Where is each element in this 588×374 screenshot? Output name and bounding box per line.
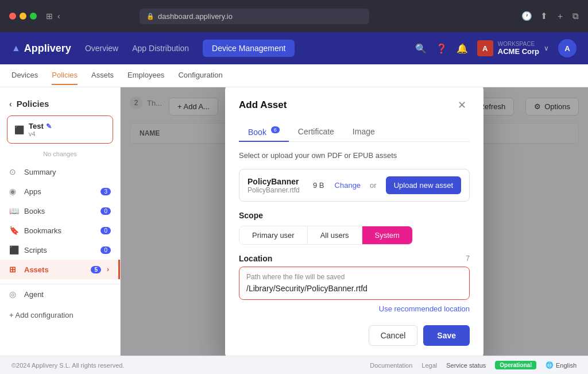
tab-configuration[interactable]: Configuration — [178, 66, 222, 85]
assets-expand-icon: › — [107, 265, 109, 273]
policy-card: ⬛ Test ✎ v4 — [7, 115, 113, 144]
workspace-selector[interactable]: A WORKSPACE ACME Corp ∨ — [477, 40, 549, 56]
tab-book-label: Book — [248, 127, 266, 136]
sidebar-item-assets[interactable]: ⊞ Assets 5 › — [0, 260, 120, 279]
tab-employees[interactable]: Employees — [127, 66, 164, 85]
close-window-button[interactable] — [9, 13, 16, 20]
tab-book[interactable]: Book 6 — [239, 122, 289, 142]
traffic-lights — [9, 13, 37, 20]
sidebar-item-books[interactable]: 📖 Books 0 — [0, 201, 120, 221]
use-recommended-link[interactable]: Use recommended location — [379, 304, 470, 313]
nav-overview[interactable]: Overview — [85, 41, 118, 55]
asset-file: PolicyBanner.rtfd — [247, 186, 307, 194]
policy-changes: No changes — [0, 151, 120, 157]
url-text: dashboard.applivery.io — [158, 12, 233, 21]
footer-right: Documentation Legal Service status Opera… — [370, 361, 577, 369]
sidebar-item-label: Scripts — [24, 246, 47, 255]
cancel-button[interactable]: Cancel — [369, 325, 418, 346]
scope-all-users[interactable]: All users — [308, 226, 362, 244]
or-separator: or — [370, 181, 377, 190]
modal-footer: Cancel Save — [239, 325, 470, 346]
nav-app-distribution[interactable]: App Distribution — [132, 41, 189, 55]
tab-devices[interactable]: Devices — [11, 66, 38, 85]
sidebar-item-scripts[interactable]: ⬛ Scripts 0 — [0, 240, 120, 260]
add-configuration-button[interactable]: + Add configuration — [0, 304, 120, 326]
service-status-badge: Operational — [495, 361, 536, 369]
browser-actions: 🕐 ⬆ ＋ ⧉ — [521, 11, 579, 22]
location-input-wrap: Path where the file will be saved — [239, 267, 470, 300]
nav-right: 🔍 ❓ 🔔 A WORKSPACE ACME Corp ∨ A — [415, 39, 577, 57]
address-bar[interactable]: 🔒 dashboard.applivery.io — [140, 9, 369, 24]
tab-policies[interactable]: Policies — [52, 66, 78, 85]
location-label-row: Location 7 — [239, 254, 470, 263]
policy-edit-icon[interactable]: ✎ — [46, 122, 52, 130]
lock-icon: 🔒 — [146, 13, 154, 20]
sidebar-item-label: Bookmarks — [24, 226, 61, 235]
language-selector[interactable]: 🌐 English — [546, 361, 577, 369]
copyright-text: ©2024 Applivery S.L. All rights reserved… — [11, 362, 124, 369]
asset-selector: PolicyBanner PolicyBanner.rtfd 9 B Chang… — [239, 169, 470, 202]
policy-device-icon: ⬛ — [14, 125, 24, 134]
legal-link[interactable]: Legal — [421, 362, 437, 369]
workspace-chevron-icon: ∨ — [544, 44, 549, 52]
summary-icon: ⊙ — [9, 167, 18, 176]
upload-asset-button[interactable]: Upload new asset — [386, 176, 461, 194]
sidebar-item-label: Apps — [24, 187, 41, 196]
location-input[interactable] — [246, 284, 462, 293]
nav-device-management[interactable]: Device Management — [203, 40, 295, 57]
documentation-link[interactable]: Documentation — [370, 362, 412, 369]
minimize-window-button[interactable] — [20, 13, 26, 20]
bookmarks-icon: 🔖 — [9, 226, 18, 235]
sidebar-item-agent[interactable]: ◎ Agent — [0, 284, 120, 304]
workspace-name: ACME Corp — [498, 47, 539, 56]
modal-close-button[interactable]: ✕ — [454, 97, 470, 113]
tab-image-label: Image — [353, 127, 375, 136]
help-icon[interactable]: ❓ — [436, 43, 447, 54]
sidebar-menu: ⊙ Summary ◉ Apps 3 📖 Books 0 🔖 Bookmarks… — [0, 157, 120, 284]
tab-certificate[interactable]: Certificate — [289, 122, 343, 142]
tab-assets[interactable]: Assets — [91, 66, 114, 85]
assets-badge: 5 — [91, 266, 101, 273]
sidebar-item-label: Summary — [24, 168, 56, 176]
user-avatar[interactable]: A — [558, 39, 577, 57]
scope-options: Primary user All users System — [239, 226, 413, 245]
notification-icon[interactable]: 🔔 — [457, 43, 468, 54]
workspace-info: WORKSPACE ACME Corp — [498, 41, 539, 56]
asset-info: PolicyBanner PolicyBanner.rtfd — [247, 177, 307, 194]
modal-header: Add Asset ✕ — [239, 97, 470, 113]
globe-icon: 🌐 — [546, 361, 554, 369]
scope-label: Scope — [239, 211, 470, 220]
policy-version: v4 — [29, 130, 106, 137]
books-icon: 📖 — [9, 206, 18, 215]
new-tab-icon[interactable]: ＋ — [556, 11, 564, 22]
scope-system[interactable]: System — [362, 226, 412, 244]
back-button[interactable]: ‹ — [57, 11, 60, 21]
sidebar-back-header[interactable]: ‹ Policies — [0, 97, 120, 115]
location-label: Location — [239, 254, 272, 263]
sidebar-item-bookmarks[interactable]: 🔖 Bookmarks 0 — [0, 221, 120, 240]
main-area: ‹ Policies ⬛ Test ✎ v4 No changes ⊙ Summ… — [0, 87, 588, 356]
use-recommended-section: Use recommended location — [239, 303, 470, 314]
modal-title: Add Asset — [239, 99, 287, 111]
tabs-icon[interactable]: ⧉ — [572, 11, 579, 21]
workspace-label: WORKSPACE — [498, 41, 539, 47]
save-button[interactable]: Save — [423, 325, 470, 346]
scope-section: Scope Primary user All users System — [239, 211, 470, 245]
asset-name: PolicyBanner — [247, 177, 307, 186]
assets-icon: ⊞ — [9, 265, 18, 274]
add-config-label: + Add configuration — [9, 311, 74, 319]
maximize-window-button[interactable] — [30, 13, 37, 20]
add-asset-modal: Add Asset ✕ Book 6 Certificate Image — [225, 87, 483, 356]
sidebar-toggle-button[interactable]: ⊞ — [46, 11, 53, 21]
change-asset-button[interactable]: Change — [335, 181, 361, 190]
scope-primary-user[interactable]: Primary user — [239, 226, 308, 244]
share-icon[interactable]: ⬆ — [540, 11, 548, 21]
top-nav: ▲ Applivery Overview App Distribution De… — [0, 32, 588, 64]
sidebar-item-apps[interactable]: ◉ Apps 3 — [0, 182, 120, 201]
search-icon[interactable]: 🔍 — [415, 43, 427, 54]
location-counter: 7 — [466, 255, 470, 263]
tab-image[interactable]: Image — [343, 122, 384, 142]
sidebar-item-summary[interactable]: ⊙ Summary — [0, 162, 120, 182]
apps-icon: ◉ — [9, 187, 18, 196]
workspace-icon: A — [477, 40, 493, 56]
